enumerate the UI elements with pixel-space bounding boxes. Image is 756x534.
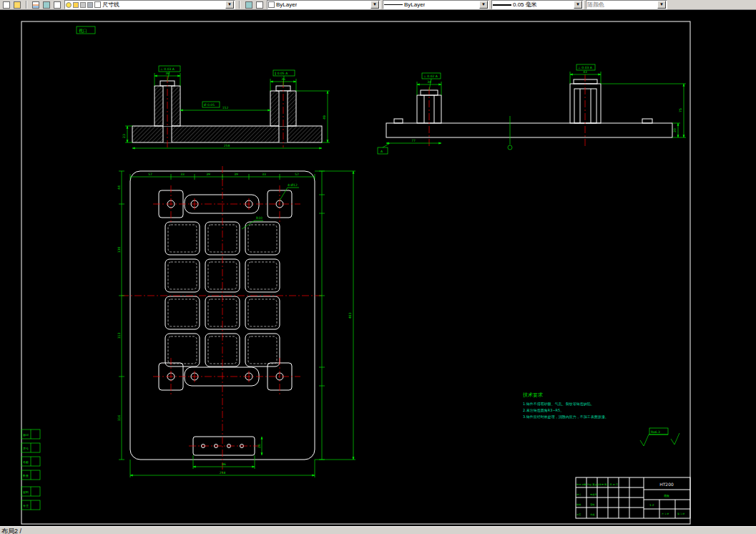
layer-previous-icon[interactable] [52,0,62,9]
surface-finish-symbols: Ra6.3 [640,428,679,446]
edge-box-label: 标记 [23,433,29,437]
cad-drawing: 标记 序号 名称 数量 材料 备注 视口 [0,10,756,526]
edge-box-label: 材料 [22,490,29,495]
dimension-label: 403 [348,313,352,319]
layout-tab[interactable]: 布局2 / [1,527,21,534]
drawing-canvas[interactable]: 标记 序号 名称 数量 材料 备注 视口 [0,10,756,526]
dimension-label: 43 [583,70,587,74]
new-file-icon[interactable] [1,0,11,9]
title-block-row: 设计 标准化 [576,493,598,496]
dimension-label: 75 [679,108,682,112]
dimension-label: 258 [220,471,226,475]
layer-tool-icons [31,0,62,9]
datum-frame-label: ⊥ 0.03 A [160,67,175,71]
roughness-label: Ra6.3 [651,430,660,434]
technical-notes: 技术要求 1.铸件不得有砂眼、气孔、裂纹等铸造缺陷。 2.未注铸造圆角R3~R5… [522,392,609,419]
layer-combo-value: 尺寸线 [102,1,119,9]
datum-frame-label: ∥ 0.05 A [275,72,288,75]
side-view: 34 ⊥ 0.02 A 43 ⊥ 0.03 A 20 75 77 A [378,64,686,154]
leader-label: R10 [256,216,262,220]
part-name-label: 底板 [664,494,669,497]
properties-icon[interactable] [255,0,265,9]
dimension-label: 44 [117,185,121,190]
statusbar: 布局2 / [0,526,756,534]
lineweight-combo-value: 0.05 毫米 [513,1,537,9]
open-file-icon[interactable] [12,0,22,9]
match-properties-icon[interactable] [244,0,254,9]
dimension-label: 86 [222,462,226,466]
chevron-down-icon[interactable]: ▼ [479,1,488,9]
toolbar: 尺寸线 ▼ ByLayer ▼ ByLayer ▼ 0.05 毫米 ▼ 随颜色 … [0,0,756,10]
file-icons [1,0,22,9]
edge-box-label: 序号 [23,447,29,450]
layer-color-chip [94,1,101,8]
toolbar-separator [239,1,240,9]
note-line: 2.未注铸造圆角R3~R5。 [523,408,564,413]
dimension-label: 116 [117,415,121,422]
dimension-label: 20 [673,128,677,132]
border-edge-boxes: 标记 序号 名称 数量 材料 备注 [21,429,40,510]
properties-icons [244,0,265,9]
notes-title: 技术要求 [522,392,543,398]
layer-lock-icon [80,2,86,8]
dimension-label: 39 [234,173,238,176]
layer-properties-icon[interactable] [31,0,41,9]
note-line: 3.铸件应经时效处理，消除内应力，不加工表面涂漆。 [523,414,609,419]
toolbar-separator [26,1,27,9]
title-block-row: 标记 处数 分区 更改文件号 签名 年.月.日 [576,483,618,486]
linetype-sample [384,4,403,5]
autocad-window: 尺寸线 ▼ ByLayer ▼ ByLayer ▼ 0.05 毫米 ▼ 随颜色 … [0,0,756,534]
dimension-label: 39 [206,173,210,176]
chevron-down-icon[interactable]: ▼ [657,1,666,9]
dimension-label: 33 [262,173,266,176]
dimension-label: 258 [224,144,230,147]
dimension-label: 36 [281,77,285,81]
viewport-tag-label: 视口 [79,28,87,34]
datum-frame-label: ⊥ 0.02 A [423,74,438,78]
title-block: HT200 底板 标记 处数 分区 更改文件号 签名 年.月.日 设计 标准化 … [576,477,690,518]
sheet-label: 共 1 张 [662,513,669,515]
note-line: 1.铸件不得有砂眼、气孔、裂纹等铸造缺陷。 [523,402,594,407]
scale-label: 1:2 [649,503,654,507]
plan-view: 57 33 39 39 33 57 44 130 113 116 403 [117,166,355,477]
dimension-label: 152 [222,106,229,110]
chevron-down-icon[interactable]: ▼ [225,1,234,9]
linetype-combo[interactable]: ByLayer ▼ [383,0,489,9]
dimension-label: 26 [257,444,261,448]
color-swatch [268,1,275,8]
title-block-row: 校核 审核 [576,503,595,506]
dimension-label: 77 [411,139,416,142]
plotstyle-combo-value: 随颜色 [587,1,604,9]
dimension-label: 57 [148,173,152,176]
dimension-label: 113 [117,333,121,339]
title-block-row: 工艺 批准 [576,513,595,516]
leader-label: 4-Ø12 [288,183,298,187]
plotstyle-combo[interactable]: 随颜色 ▼ [586,0,667,9]
make-layer-current-icon[interactable] [41,0,51,9]
linetype-combo-value: ByLayer [404,1,425,8]
datum-frame-label: A [381,150,383,153]
layer-combo[interactable]: 尺寸线 ▼ [64,0,235,9]
bottom-boss [189,437,259,455]
lineweight-sample [493,4,511,6]
dimension-label: 49 [323,115,326,120]
chevron-down-icon[interactable]: ▼ [370,1,379,9]
color-combo-value: ByLayer [276,1,297,8]
edge-box-label: 备注 [23,504,29,508]
edge-box-label: 名称 [23,460,29,464]
layer-on-icon [66,2,72,8]
dimension-label: 57 [295,173,299,176]
datum-frame-label: Ø 0.05 [204,103,215,107]
dimension-label: 33 [180,173,185,176]
dimension-label: 130 [117,247,121,253]
dimension-label: 23 [122,134,126,138]
chevron-down-icon[interactable]: ▼ [574,1,582,9]
layer-freeze-icon [73,2,79,8]
color-combo[interactable]: ByLayer ▼ [267,0,381,9]
lineweight-combo[interactable]: 0.05 毫米 ▼ [491,0,584,9]
front-section-view: 36 36 152 23 49 258 ⊥ 0.03 A ∥ 0.05 A Ø … [122,66,330,148]
datum-frame-label: ⊥ 0.03 A [578,66,593,69]
material-label: HT200 [659,482,674,487]
layer-plot-icon [87,2,93,8]
viewport-tag[interactable]: 视口 [77,26,95,34]
